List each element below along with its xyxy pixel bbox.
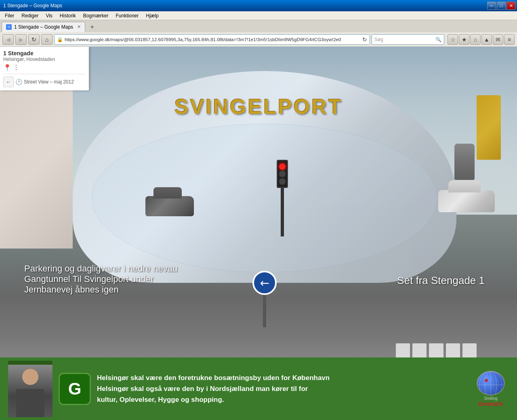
- globe-circle: [477, 371, 505, 395]
- menu-rediger[interactable]: Rediger: [18, 12, 42, 19]
- toolbar-icons: ☆ ★ ⌂ ▲ ✉ ≡: [448, 34, 515, 45]
- content-area: SVINGELPORT ↙: [0, 47, 517, 420]
- title-bar-text: 1 Stengade – Google Maps: [2, 3, 485, 8]
- tab-close-icon[interactable]: ✕: [77, 24, 81, 29]
- left-building: [0, 87, 73, 249]
- street-view-back-button[interactable]: ←: [3, 77, 14, 87]
- menu-vis[interactable]: Vis: [42, 12, 55, 19]
- statue-figure: [454, 144, 475, 180]
- caption-right: Set fra Stengade 1: [397, 274, 485, 287]
- sign-arrow-icon: ↙: [256, 275, 273, 291]
- banner-text-line1: Helsingør skal være den foretrukne bosæt…: [97, 372, 467, 383]
- maps-more-icon[interactable]: ⋮: [13, 64, 19, 71]
- maps-clock-icon: 🕐: [15, 79, 22, 85]
- title-bar-buttons: ─ □ ✕: [487, 2, 515, 10]
- car-right-body: [438, 190, 495, 212]
- maps-panel: 1 Stengade Helsingør, Hovedstaden 📍 ⋮ ← …: [0, 47, 89, 90]
- home-icon-button[interactable]: ⌂: [470, 34, 481, 45]
- overlay-line-1: Parkering og dagligvarer i nedre nevau: [24, 263, 177, 274]
- maps-controls: 📍 ⋮: [3, 64, 86, 71]
- up-arrow-icon[interactable]: ▲: [481, 34, 492, 45]
- car-left-roof: [153, 187, 182, 199]
- car-right-roof: [448, 180, 481, 192]
- search-placeholder: Søg: [374, 37, 434, 42]
- menu-filer[interactable]: Filer: [2, 12, 17, 19]
- search-icon[interactable]: 🔍: [435, 37, 441, 42]
- bookmark-button[interactable]: ★: [459, 34, 469, 45]
- direction-sign: ↙: [252, 271, 277, 327]
- tab-title: 1 Stengade – Google Maps: [14, 24, 73, 30]
- overlay-text-block: Parkering og dagligvarer i nedre nevau G…: [24, 263, 177, 295]
- mail-icon[interactable]: ✉: [493, 34, 503, 45]
- browser-frame: 1 Stengade – Google Maps ─ □ ✕ Filer Red…: [0, 0, 517, 420]
- new-tab-button[interactable]: +: [87, 22, 97, 32]
- person-placeholder: [8, 365, 53, 417]
- lock-icon: 🔒: [57, 37, 63, 42]
- maximize-button[interactable]: □: [497, 2, 506, 10]
- person-head: [22, 369, 38, 385]
- car-left-body: [145, 196, 194, 216]
- minimize-button[interactable]: ─: [487, 2, 496, 10]
- back-button[interactable]: ◀: [2, 34, 14, 45]
- person-body: [16, 389, 44, 417]
- menu-funktioner[interactable]: Funktioner: [113, 12, 142, 19]
- tab-bar: G 1 Stengade – Google Maps ✕ +: [0, 20, 517, 32]
- banner-text-line3: kultur, Oplevelser, Hygge og shopping.: [97, 394, 467, 405]
- yellow-light: [279, 171, 286, 177]
- url-refresh-icon[interactable]: ↻: [362, 36, 367, 43]
- banner-text: Helsingør skal være den foretrukne bosæt…: [97, 372, 467, 405]
- menu-historik[interactable]: Historik: [57, 12, 79, 19]
- street-view-label: Street View – maj 2012: [24, 79, 74, 85]
- url-text: https://www.google.dk/maps/@56.031857,12…: [65, 37, 361, 42]
- menu-icon[interactable]: ≡: [504, 34, 515, 45]
- address-bar: ◀ ▶ ↻ ⌂ 🔒 https://www.google.dk/maps/@56…: [0, 32, 517, 47]
- blue-gold-building: [477, 95, 501, 160]
- globe-smiling-text: Smiling: [484, 396, 498, 401]
- sign-pole: [263, 295, 266, 327]
- sign-circle: ↙: [252, 271, 277, 295]
- banner-text-line2: Helsingør skal også være den by i Nordsj…: [97, 383, 467, 394]
- close-button[interactable]: ✕: [506, 2, 515, 10]
- tab-favicon: G: [6, 24, 12, 30]
- menu-bogmaerker[interactable]: Bogmærker: [80, 12, 112, 19]
- traffic-light: [277, 160, 288, 236]
- maps-city: Helsingør, Hovedstaden: [3, 56, 86, 62]
- search-bar[interactable]: Søg 🔍: [372, 34, 444, 45]
- active-tab[interactable]: G 1 Stengade – Google Maps ✕: [2, 22, 85, 32]
- refresh-button[interactable]: ↻: [28, 34, 40, 45]
- traffic-light-box: [277, 160, 288, 188]
- banner-person-photo: [8, 361, 53, 417]
- bottom-banner: G Helsingør skal være den foretrukne bos…: [0, 357, 517, 420]
- maps-address: 1 Stengade: [3, 50, 86, 56]
- home-button[interactable]: ⌂: [41, 34, 53, 45]
- overlay-line-3: Jernbanevej åbnes igen: [24, 284, 177, 295]
- back-arrow-icon: ←: [6, 79, 11, 85]
- globe-denmark-text: Denmark: [479, 401, 503, 407]
- menu-bar: Filer Rediger Vis Historik Bogmærker Fun…: [0, 11, 517, 20]
- svingelport-sign: SVINGELPORT: [174, 94, 343, 119]
- maps-location-icon[interactable]: 📍: [3, 64, 11, 71]
- overlay-line-2: Gangtunnel Til Svingelport under: [24, 274, 177, 284]
- title-bar: 1 Stengade – Google Maps ─ □ ✕: [0, 0, 517, 11]
- url-bar[interactable]: 🔒 https://www.google.dk/maps/@56.031857,…: [54, 34, 370, 45]
- car-right: [438, 190, 495, 212]
- car-left: [145, 196, 194, 216]
- red-light: [279, 163, 286, 170]
- menu-hjaelp[interactable]: Hjælp: [143, 12, 162, 19]
- street-view: SVINGELPORT ↙: [0, 47, 517, 420]
- star-button[interactable]: ☆: [448, 34, 458, 45]
- forward-button[interactable]: ▶: [15, 34, 27, 45]
- maps-nav-row: ← 🕐 Street View – maj 2012: [3, 74, 86, 87]
- svg-point-12: [485, 379, 488, 382]
- banner-globe: Smiling Denmark: [473, 371, 509, 407]
- green-light: [279, 178, 286, 185]
- banner-logo: G: [59, 373, 91, 405]
- traffic-light-pole: [281, 188, 284, 236]
